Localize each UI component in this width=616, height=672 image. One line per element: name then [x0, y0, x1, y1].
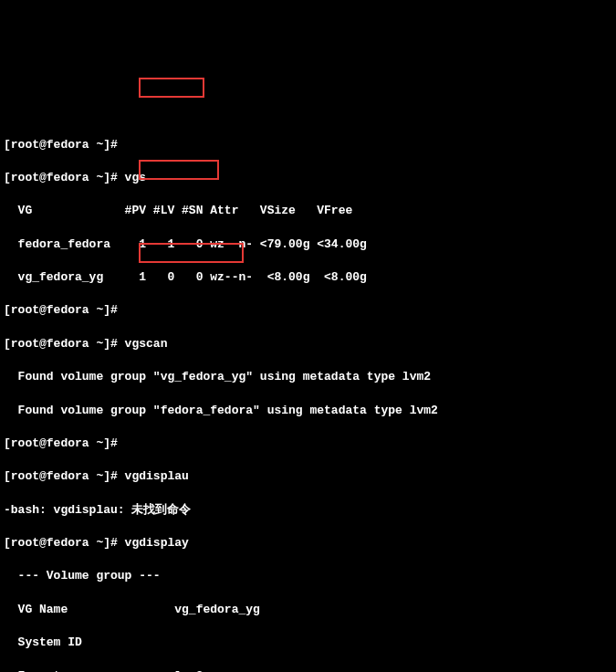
command-typo[interactable]: [root@fedora ~]# vgdisplau: [4, 468, 612, 485]
prompt-line[interactable]: [root@fedora ~]#: [4, 436, 612, 452]
command-vgscan[interactable]: [root@fedora ~]# vgscan: [4, 336, 612, 352]
vgs-row: vg_fedora_yg 1 0 0 wz--n- <8.00g <8.00g: [4, 269, 612, 286]
vgscan-output: Found volume group "vg_fedora_yg" using …: [4, 369, 612, 385]
command-vgdisplay[interactable]: [root@fedora ~]# vgdisplay: [4, 535, 612, 551]
vgscan-output: Found volume group "fedora_fedora" using…: [4, 403, 612, 419]
bash-error: -bash: vgdisplau: 未找到命令: [4, 502, 612, 519]
vgs-header: VG #PV #LV #SN Attr VSize VFree: [4, 203, 612, 219]
vg-sysid: System ID: [4, 635, 612, 651]
prompt-line[interactable]: [root@fedora ~]#: [4, 302, 612, 319]
command-vgs[interactable]: [root@fedora ~]# vgs: [4, 170, 612, 186]
highlight-vgs: [139, 78, 204, 98]
vg-format: Format lvm2: [4, 668, 612, 673]
vg-name: VG Name vg_fedora_yg: [4, 602, 612, 618]
vg-header: --- Volume group ---: [4, 568, 612, 584]
terminal-output: [root@fedora ~]# [root@fedora ~]# vgs VG…: [4, 70, 612, 672]
vgs-row: fedora_fedora 1 1 0 wz--n- <79.00g <34.0…: [4, 236, 612, 253]
prompt-line[interactable]: [root@fedora ~]#: [4, 137, 612, 153]
